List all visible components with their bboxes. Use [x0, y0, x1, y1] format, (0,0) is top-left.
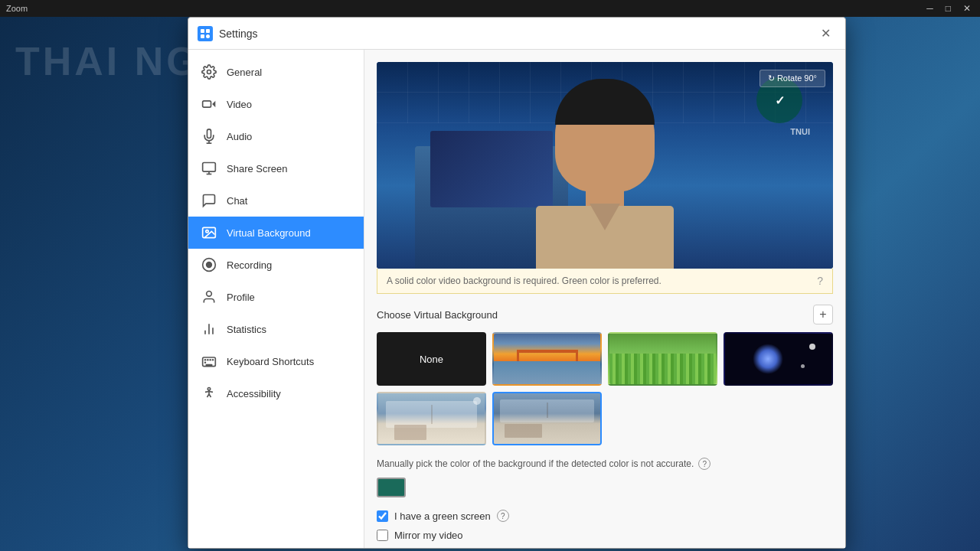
profile-icon	[201, 289, 217, 305]
keyboard-icon	[201, 353, 217, 370]
recording-icon	[201, 256, 217, 273]
thumb-none[interactable]: None	[377, 332, 486, 386]
sidebar-label-accessibility: Accessibility	[227, 388, 281, 399]
dialog-title: Settings	[219, 28, 258, 40]
thumb-space[interactable]	[724, 332, 833, 386]
svg-rect-2	[201, 34, 204, 38]
green-screen-checkbox[interactable]	[377, 510, 388, 522]
share-screen-icon	[201, 160, 217, 177]
sidebar-item-profile[interactable]: Profile	[188, 281, 364, 313]
thumb-office2[interactable]	[492, 392, 602, 445]
green-screen-help-icon[interactable]: ?	[497, 510, 509, 522]
mirror-video-label: Mirror my video	[394, 530, 463, 541]
svg-rect-5	[203, 101, 211, 107]
warning-bar: A solid color video background is requir…	[377, 269, 833, 294]
sidebar-label-profile: Profile	[227, 292, 255, 303]
sidebar-item-video[interactable]: Video	[188, 88, 364, 120]
color-swatch-container	[377, 478, 833, 497]
svg-rect-0	[201, 29, 204, 33]
thumb-office1[interactable]	[377, 392, 486, 445]
sidebar-label-share-screen: Share Screen	[227, 163, 288, 174]
chat-icon	[201, 192, 217, 209]
sidebar-label-chat: Chat	[227, 195, 247, 207]
mirror-video-checkbox[interactable]	[377, 530, 388, 541]
taskbar-title: Zoom	[6, 4, 28, 13]
sidebar-label-video: Video	[227, 99, 252, 110]
color-help-icon[interactable]: ?	[698, 458, 710, 470]
help-icon[interactable]: ?	[817, 275, 823, 287]
sidebar-item-accessibility[interactable]: Accessibility	[188, 377, 364, 409]
rotate-button[interactable]: ↻ Rotate 90°	[760, 70, 825, 87]
mirror-video-row: Mirror my video	[377, 530, 833, 541]
thumbnail-grid: None	[377, 332, 833, 445]
sidebar-item-statistics[interactable]: Statistics	[188, 313, 364, 345]
stats-icon	[201, 321, 217, 337]
sidebar-item-recording[interactable]: Recording	[188, 249, 364, 281]
green-screen-row: I have a green screen ?	[377, 510, 833, 522]
sidebar-label-recording: Recording	[227, 259, 272, 271]
add-background-button[interactable]: +	[813, 305, 833, 324]
sidebar-item-chat[interactable]: Chat	[188, 184, 364, 217]
video-preview: ✓ TNUI ↻ Rotate 90°	[377, 62, 833, 269]
sidebar-label-general: General	[227, 67, 262, 78]
close-button[interactable]: ✕	[815, 23, 836, 44]
video-background: ✓ TNUI	[377, 62, 833, 269]
svg-point-3	[206, 34, 210, 38]
svg-point-15	[207, 262, 212, 268]
thumb-none-label: None	[420, 354, 443, 365]
sidebar-label-audio: Audio	[227, 131, 252, 142]
taskbar-minimize[interactable]: ─	[923, 3, 936, 14]
sidebar-item-keyboard-shortcuts[interactable]: Keyboard Shortcuts	[188, 345, 364, 377]
virtual-bg-icon	[201, 224, 217, 241]
taskbar-maximize[interactable]: □	[942, 3, 954, 14]
section-title: Choose Virtual Background	[377, 309, 498, 321]
app-icon	[198, 26, 213, 41]
svg-point-16	[207, 292, 212, 297]
audio-icon	[201, 128, 217, 145]
sidebar-label-keyboard-shortcuts: Keyboard Shortcuts	[227, 356, 314, 367]
sidebar-label-statistics: Statistics	[227, 324, 266, 335]
settings-dialog: Settings ✕ General	[188, 17, 846, 549]
taskbar: Zoom ─ □ ✕	[0, 0, 980, 17]
svg-rect-1	[206, 29, 210, 33]
sidebar-label-virtual-background: Virtual Background	[227, 227, 311, 239]
gear-icon	[201, 64, 217, 80]
svg-point-13	[206, 230, 208, 233]
sidebar-item-share-screen[interactable]: Share Screen	[188, 152, 364, 184]
taskbar-close[interactable]: ✕	[960, 3, 974, 14]
color-label: Manually pick the color of the backgroun…	[377, 458, 833, 470]
warning-text: A solid color video background is requir…	[387, 276, 662, 286]
section-header: Choose Virtual Background +	[377, 305, 833, 324]
svg-point-27	[207, 388, 210, 390]
main-content: ✓ TNUI ↻ Rotate 90° A solid color video …	[364, 50, 845, 548]
svg-point-4	[207, 70, 211, 74]
taskbar-controls: ─ □ ✕	[923, 3, 974, 14]
color-swatch[interactable]	[377, 478, 406, 497]
title-bar: Settings ✕	[188, 18, 845, 50]
sidebar: General Video	[188, 50, 364, 548]
green-screen-label: I have a green screen	[394, 510, 491, 522]
accessibility-icon	[201, 385, 217, 402]
sidebar-item-virtual-background[interactable]: Virtual Background	[188, 217, 364, 249]
sidebar-item-general[interactable]: General	[188, 56, 364, 88]
sidebar-item-audio[interactable]: Audio	[188, 120, 364, 152]
dialog-body: General Video	[188, 50, 845, 548]
color-label-text: Manually pick the color of the backgroun…	[377, 458, 694, 469]
thumb-green-field[interactable]	[608, 332, 717, 386]
thumb-golden-gate[interactable]	[492, 332, 602, 386]
video-icon	[201, 96, 217, 112]
svg-rect-9	[203, 163, 216, 172]
svg-marker-6	[212, 101, 215, 107]
